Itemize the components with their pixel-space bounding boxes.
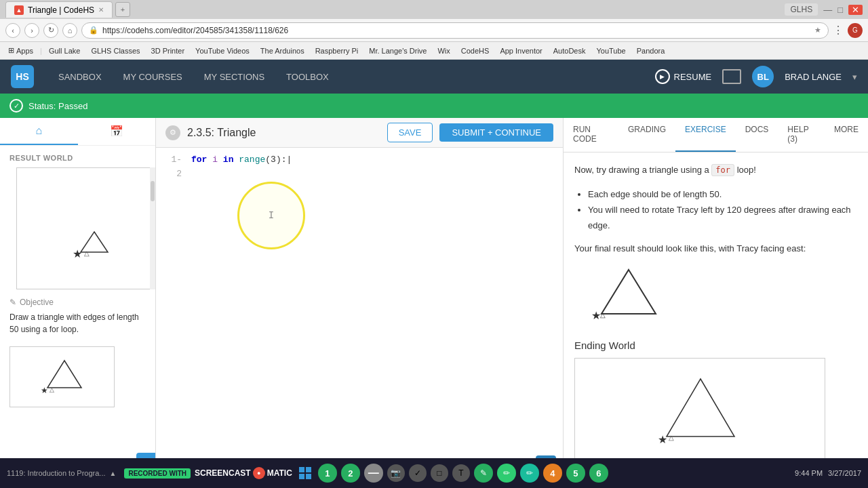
line-number-1: 1- [161, 153, 182, 167]
save-button[interactable]: SAVE [387, 123, 433, 142]
step-minus-button[interactable]: — [364, 464, 383, 483]
nav-my-sections[interactable]: MY SECTIONS [193, 60, 275, 94]
tab-grading[interactable]: GRADING [618, 118, 675, 152]
bookmark-youtube[interactable]: YouTube [592, 45, 629, 56]
status-check-icon: ✓ [9, 99, 23, 113]
taskbar-text-icon[interactable]: T [452, 464, 470, 482]
extensions-icon[interactable]: ⋮ [833, 24, 844, 37]
star-icon[interactable]: ★ [814, 26, 821, 35]
svg-marker-6 [601, 270, 656, 314]
cursor-highlight: I [237, 182, 305, 249]
home-button[interactable]: ⌂ [62, 23, 77, 38]
resume-label: RESUME [674, 72, 712, 82]
address-box[interactable]: 🔒 https://codehs.com/editor/204585/34135… [81, 22, 829, 39]
date-display: 3/27/2017 [828, 469, 861, 477]
maximize-button[interactable]: □ [837, 5, 843, 15]
bookmark-gull-lake[interactable]: Gull Lake [45, 45, 84, 56]
taskbar-info-text: 1119: Introduction to Progra... [7, 469, 106, 477]
step-1-button[interactable]: 1 [318, 464, 337, 483]
bookmark-3d[interactable]: 3D Printer [147, 45, 189, 56]
taskbar-pencil-green-icon[interactable]: ✎ [474, 464, 493, 483]
bookmark-arduinos[interactable]: The Arduinos [256, 45, 309, 56]
svg-rect-14 [299, 474, 304, 479]
header-right: ▶ RESUME BL BRAD LANGE ▾ [655, 66, 857, 87]
bookmark-appinventor[interactable]: App Inventor [496, 45, 546, 56]
bottom-taskbar: 1119: Introduction to Progra... ▲ RECORD… [0, 458, 868, 488]
taskbar-info: 1119: Introduction to Progra... ▲ [7, 469, 116, 477]
back-button[interactable]: ‹ [5, 23, 20, 38]
taskbar-doc-icon[interactable]: □ [431, 464, 448, 482]
bookmark-glhs[interactable]: GLHS Classes [87, 45, 144, 56]
ending-world-canvas: ★ △ [574, 358, 825, 473]
tab-docs[interactable]: DOCS [736, 118, 778, 152]
new-tab-button[interactable]: + [115, 2, 130, 17]
objective-section: ✎ Objective Draw a triangle with edges o… [0, 289, 155, 341]
step-5-button[interactable]: 5 [566, 464, 585, 483]
resume-circle-icon: ▶ [655, 69, 670, 84]
taskbar-pencil-lime-icon[interactable]: ✏ [497, 464, 516, 483]
step-6-button[interactable]: 6 [589, 464, 608, 483]
sidebar-home-tab[interactable]: ⌂ [0, 118, 78, 145]
windows-start-button[interactable] [296, 464, 314, 482]
taskbar-check-icon[interactable]: ✓ [409, 464, 427, 482]
bookmark-pandora[interactable]: Pandora [633, 45, 669, 56]
ending-world-label: Ending World [574, 340, 857, 351]
svg-text:△: △ [669, 434, 674, 441]
exercise-title: 2.3.5: Triangle [187, 127, 380, 139]
tab-close-button[interactable]: ✕ [98, 6, 104, 14]
browser-actions: ⋮ G [833, 23, 863, 38]
editor-area: ⚙ 2.3.5: Triangle SAVE SUBMIT + CONTINUE… [156, 118, 563, 483]
step-2-button[interactable]: 2 [341, 464, 360, 483]
refresh-button[interactable]: ↻ [43, 23, 58, 38]
close-button[interactable]: ✕ [848, 5, 863, 15]
code-editor[interactable]: 1- for i in range(3):| 2 I ✎ [156, 148, 563, 483]
forward-button[interactable]: › [24, 23, 39, 38]
nav-my-courses[interactable]: MY COURSES [113, 60, 193, 94]
tab-help[interactable]: HELP (3) [778, 118, 825, 152]
nav-toolbox[interactable]: TOOLBOX [275, 60, 340, 94]
app-logo[interactable]: HS [11, 65, 34, 88]
bookmark-apps[interactable]: ⊞ Apps [4, 45, 37, 56]
scroll-track [150, 167, 155, 289]
svg-text:△: △ [50, 386, 54, 393]
bookmark-autodesk[interactable]: AutoDesk [549, 45, 590, 56]
bookmark-youtube-videos[interactable]: YouTube Videos [191, 45, 254, 56]
settings-icon[interactable]: ⚙ [165, 125, 180, 140]
cursor-letter: I [269, 208, 274, 223]
sidebar-calendar-tab[interactable]: 📅 [78, 118, 156, 145]
triangle-diagram: ★ △ [588, 263, 857, 326]
profile-icon[interactable]: G [848, 23, 863, 38]
user-dropdown-icon[interactable]: ▾ [852, 72, 857, 82]
tab-run-code[interactable]: RUN CODE [564, 118, 618, 152]
ending-canvas-svg: ★ △ [575, 359, 826, 474]
result-world-canvas-wrapper: ★ △ [7, 167, 149, 289]
editor-toolbar: ⚙ 2.3.5: Triangle SAVE SUBMIT + CONTINUE [156, 118, 563, 148]
nav-sandbox[interactable]: SANDBOX [47, 60, 113, 94]
bookmark-lange-drive[interactable]: Mr. Lange's Drive [365, 45, 431, 56]
exercise-final-text: Your final result should look like this,… [574, 243, 857, 253]
bookmark-codehs[interactable]: CodeHS [457, 45, 494, 56]
bookmark-wix[interactable]: Wix [433, 45, 454, 56]
submit-continue-button[interactable]: SUBMIT + CONTINUE [439, 123, 553, 142]
exercise-intro: Now, try drawing a triangle using a for … [574, 163, 857, 177]
step-4-button[interactable]: 4 [543, 464, 562, 483]
taskbar-camera-icon[interactable]: 📷 [387, 464, 405, 482]
minimize-button[interactable]: — [823, 5, 832, 15]
svg-marker-9 [667, 379, 734, 436]
active-tab[interactable]: ▲ Triangle | CodeHS ✕ [5, 1, 113, 18]
sidebar-tabs: ⌂ 📅 [0, 118, 155, 146]
tab-more[interactable]: MORE [825, 118, 868, 152]
screencast-logo: SCREENCAST ● MATIC [195, 467, 292, 479]
app-header: HS SANDBOX MY COURSES MY SECTIONS TOOLBO… [0, 60, 868, 94]
svg-rect-12 [299, 467, 304, 472]
resume-button[interactable]: ▶ RESUME [655, 69, 712, 84]
result-world-canvas: ★ △ [16, 167, 152, 289]
mini-canvas-svg: ★ △ [10, 347, 115, 408]
bookmark-raspberry[interactable]: Raspberry Pi [311, 45, 363, 56]
tab-exercise[interactable]: EXERCISE [675, 118, 736, 152]
screen-icon[interactable] [722, 69, 741, 84]
objective-pencil-icon: ✎ [9, 298, 16, 307]
taskbar-pencil-teal-icon[interactable]: ✏ [520, 464, 539, 483]
avatar[interactable]: BL [752, 66, 774, 87]
right-content: Now, try drawing a triangle using a for … [564, 152, 868, 483]
